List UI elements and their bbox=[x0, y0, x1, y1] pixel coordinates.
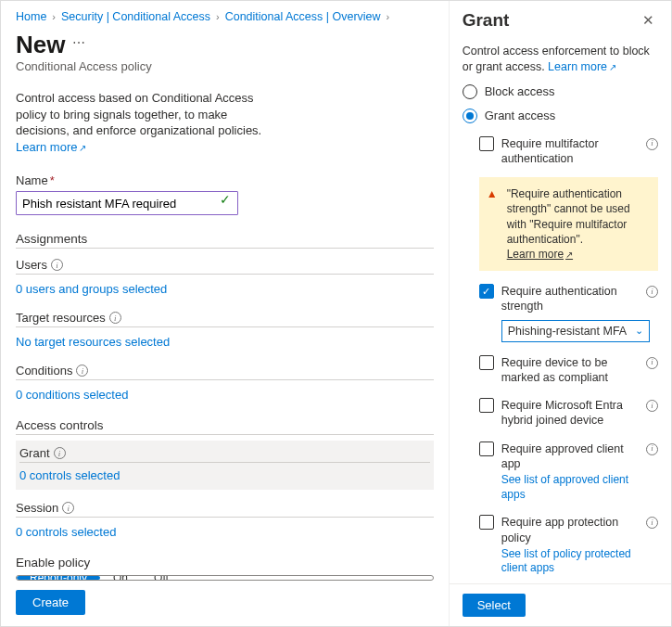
create-button[interactable]: Create bbox=[16, 590, 85, 615]
users-value[interactable]: 0 users and groups selected bbox=[16, 282, 434, 296]
info-icon[interactable]: i bbox=[646, 357, 658, 369]
crumb-overview[interactable]: Conditional Access | Overview bbox=[225, 10, 381, 23]
seg-off[interactable]: Off bbox=[141, 576, 182, 580]
approt-link[interactable]: See list of policy protected client apps bbox=[501, 547, 641, 576]
learn-more-link[interactable]: Learn more↗ bbox=[16, 140, 86, 154]
panel-desc: Control access enforcement to block or g… bbox=[463, 44, 658, 75]
auth-strength-warning: ▲ "Require authentication strength" cann… bbox=[479, 177, 658, 271]
radio-icon bbox=[463, 84, 477, 99]
intro-text: Control access based on Conditional Acce… bbox=[16, 90, 275, 155]
page-subtitle: Conditional Access policy bbox=[16, 59, 434, 73]
control-hybrid-joined[interactable]: Require Microsoft Entra hybrid joined de… bbox=[479, 398, 658, 429]
control-approved-app[interactable]: Require approved client app See list of … bbox=[479, 441, 658, 503]
auth-strength-select[interactable]: Phishing-resistant MFA ⌄ bbox=[501, 320, 650, 342]
seg-report-only[interactable]: Report-only bbox=[17, 576, 100, 580]
radio-grant-access[interactable]: Grant access bbox=[463, 109, 658, 123]
section-access-controls: Access controls bbox=[16, 418, 434, 435]
enable-policy-toggle[interactable]: Report-only On Off bbox=[16, 575, 434, 581]
checkbox-icon bbox=[479, 515, 494, 530]
warn-learn-more[interactable]: Learn more↗ bbox=[507, 248, 573, 261]
check-icon: ✓ bbox=[220, 192, 231, 207]
crumb-home[interactable]: Home bbox=[16, 10, 46, 23]
radio-icon bbox=[463, 109, 477, 123]
control-compliant-device[interactable]: Require device to be marked as compliant… bbox=[479, 355, 658, 386]
checkbox-icon bbox=[479, 441, 494, 456]
crumb-security[interactable]: Security | Conditional Access bbox=[61, 10, 210, 23]
checkbox-icon bbox=[479, 398, 494, 413]
close-icon[interactable]: ✕ bbox=[639, 10, 658, 31]
breadcrumb: Home › Security | Conditional Access › C… bbox=[16, 10, 434, 23]
chevron-right-icon: › bbox=[52, 11, 56, 22]
panel-title: Grant bbox=[463, 10, 510, 31]
external-link-icon: ↗ bbox=[79, 143, 86, 153]
chevron-right-icon: › bbox=[216, 11, 220, 22]
approved-apps-link[interactable]: See list of approved client apps bbox=[501, 473, 641, 502]
enable-policy-label: Enable policy bbox=[16, 556, 434, 569]
panel-learn-more[interactable]: Learn more↗ bbox=[548, 60, 616, 73]
info-icon[interactable]: i bbox=[646, 138, 658, 150]
page-title: New bbox=[16, 31, 65, 59]
name-label: Name* bbox=[16, 173, 434, 187]
checkbox-icon bbox=[479, 284, 494, 299]
control-app-protection[interactable]: Require app protection policy See list o… bbox=[479, 515, 658, 576]
info-icon[interactable]: i bbox=[646, 443, 658, 455]
info-icon[interactable]: i bbox=[51, 259, 63, 271]
info-icon[interactable]: i bbox=[76, 365, 88, 377]
field-session[interactable]: Session i bbox=[16, 501, 434, 518]
select-button[interactable]: Select bbox=[463, 594, 526, 617]
field-targets[interactable]: Target resources i bbox=[16, 311, 434, 327]
info-icon[interactable]: i bbox=[62, 502, 74, 514]
checkbox-icon bbox=[479, 136, 494, 151]
targets-value[interactable]: No target resources selected bbox=[16, 335, 434, 349]
name-input[interactable] bbox=[16, 191, 238, 215]
info-icon[interactable]: i bbox=[109, 312, 121, 324]
external-link-icon: ↗ bbox=[565, 250, 573, 260]
session-value[interactable]: 0 controls selected bbox=[16, 525, 434, 539]
field-grant[interactable]: Grant i bbox=[19, 446, 430, 463]
control-require-mfa[interactable]: Require multifactor authentication i bbox=[479, 136, 658, 167]
section-assignments: Assignments bbox=[16, 232, 434, 249]
seg-on[interactable]: On bbox=[100, 576, 141, 580]
chevron-right-icon: › bbox=[387, 11, 390, 22]
more-icon[interactable]: ⋯ bbox=[72, 35, 85, 56]
external-link-icon: ↗ bbox=[609, 62, 616, 72]
conditions-value[interactable]: 0 conditions selected bbox=[16, 388, 434, 402]
checkbox-icon bbox=[479, 355, 494, 370]
chevron-down-icon: ⌄ bbox=[635, 325, 643, 337]
info-icon[interactable]: i bbox=[54, 447, 66, 459]
warning-icon: ▲ bbox=[487, 186, 498, 201]
radio-block-access[interactable]: Block access bbox=[463, 84, 658, 99]
grant-value[interactable]: 0 controls selected bbox=[19, 468, 430, 482]
field-conditions[interactable]: Conditions i bbox=[16, 364, 434, 380]
control-auth-strength[interactable]: Require authentication strength i bbox=[479, 284, 658, 314]
field-users[interactable]: Users i bbox=[16, 258, 434, 275]
